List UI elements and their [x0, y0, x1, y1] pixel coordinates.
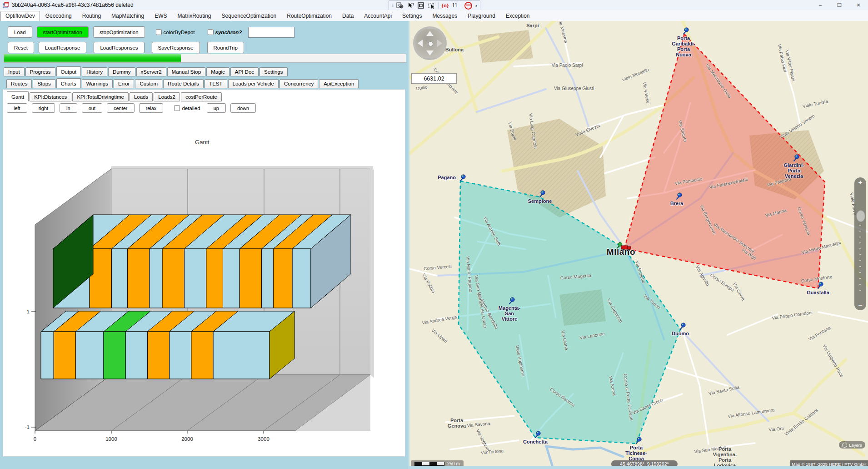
select-cursor-icon[interactable] — [407, 2, 414, 9]
gantt-segment — [150, 249, 162, 308]
disable-icon[interactable] — [464, 2, 472, 10]
map-districts-overlay — [459, 34, 825, 444]
pan-right-icon[interactable] — [437, 40, 442, 47]
pan-left-icon[interactable] — [418, 40, 423, 47]
pan-down-icon[interactable] — [426, 50, 434, 55]
menu-tab-exception[interactable]: Exception — [501, 11, 535, 21]
tab-charts[interactable]: Charts — [56, 78, 81, 88]
tab-costperroute[interactable]: costPerRoute — [181, 92, 222, 101]
tab-output[interactable]: Output — [56, 66, 81, 76]
menu-tab-mapmatching[interactable]: MapMatching — [106, 11, 149, 21]
layers-label: Layers — [849, 443, 862, 448]
tab-kpi-distances[interactable]: KPI:Distances — [30, 92, 71, 101]
gantt-segment — [239, 249, 261, 308]
menu-tab-ews[interactable]: EWS — [150, 11, 172, 21]
menu-tab-data[interactable]: Data — [337, 11, 359, 21]
detailed-checkbox[interactable] — [174, 105, 180, 111]
reset-button[interactable]: Reset — [8, 42, 34, 53]
menu-tab-sequenceoptimization[interactable]: SequenceOptimization — [217, 11, 282, 21]
menu-tab-messages[interactable]: Messages — [427, 11, 462, 21]
roundtrip-button[interactable]: RoundTrip — [207, 42, 244, 53]
relax-button[interactable]: relax — [139, 103, 164, 113]
map-coordinates: 45,467898°, 9,159292° — [611, 460, 678, 466]
frame-select-icon[interactable] — [428, 2, 435, 9]
menu-tab-matrixrouting[interactable]: MatrixRouting — [173, 11, 216, 21]
tab-kpi-totaldrivingtime[interactable]: KPI:TotalDrivingtime — [72, 92, 129, 101]
tab-loads[interactable]: Loads — [130, 92, 153, 101]
pan-up-icon[interactable] — [426, 31, 434, 36]
menu-tab-routing[interactable]: Routing — [77, 11, 106, 21]
synchron--checkbox[interactable] — [208, 29, 214, 35]
gantt-segment — [292, 249, 311, 308]
synchron-input[interactable] — [248, 27, 294, 38]
in-button[interactable]: in — [60, 103, 77, 113]
gantt-segment — [213, 332, 269, 379]
menu-tab-playground[interactable]: Playground — [463, 11, 500, 21]
tab-manual-stop[interactable]: Manual Stop — [167, 67, 206, 76]
loadresponses-button[interactable]: LoadResponses — [94, 42, 144, 53]
up-button[interactable]: up — [207, 103, 226, 113]
map-pan-compass[interactable] — [413, 26, 447, 60]
menu-tab-geocoding[interactable]: Geocoding — [40, 11, 77, 21]
tab-dummy[interactable]: Dummy — [108, 67, 135, 76]
tab-custom[interactable]: Custom — [135, 79, 162, 88]
tab-loads2[interactable]: Loads2 — [154, 92, 180, 101]
map-zoom-slider[interactable]: + − — [854, 177, 866, 310]
zoom-in-button[interactable]: + — [854, 178, 866, 186]
marker-label: Giardini- Porta Venezia — [783, 162, 804, 179]
tab-concurrency[interactable]: Concurrency — [279, 79, 318, 88]
map-canvas — [409, 21, 868, 466]
tab-progress[interactable]: Progress — [25, 67, 55, 76]
tab-stops[interactable]: Stops — [33, 79, 55, 88]
tab-apiexception[interactable]: ApiException — [319, 79, 359, 88]
toolbar-grip-icon[interactable]: ⁞⁞ — [392, 3, 393, 8]
marker-label: Magenta- San Vittore — [499, 305, 520, 322]
gantt-segment — [170, 332, 191, 379]
tab-history[interactable]: History — [82, 67, 107, 76]
tab-loads-per-vehicle[interactable]: Loads per Vehicle — [228, 79, 279, 88]
tab-error[interactable]: Error — [114, 79, 135, 88]
saveresponse-button[interactable]: SaveResponse — [152, 42, 200, 53]
menu-tab-routeoptimization[interactable]: RouteOptimization — [282, 11, 337, 21]
right-button[interactable]: right — [32, 103, 55, 113]
load-button[interactable]: Load — [8, 26, 32, 38]
layers-button[interactable]: Layers — [839, 441, 865, 449]
bounds-icon[interactable] — [417, 2, 424, 9]
menu-tab-settings[interactable]: Settings — [397, 11, 427, 21]
gantt-segment — [262, 249, 274, 308]
menu-tab-optiflowdev[interactable]: OptiflowDev — [0, 11, 40, 21]
tab-gantt[interactable]: Gantt — [7, 91, 29, 101]
pan-center-dot[interactable] — [428, 41, 433, 46]
tab-xserver2[interactable]: xServer2 — [136, 67, 166, 76]
checkbox-label: colorByDepot — [164, 30, 195, 35]
stopoptimization-button[interactable]: stopOptimization — [93, 26, 145, 38]
tab-magic[interactable]: Magic — [206, 67, 229, 76]
startoptimization-button[interactable]: startOptimization — [37, 26, 89, 38]
tab-api-doc[interactable]: API Doc — [230, 67, 259, 76]
colorbydepot-checkbox[interactable] — [156, 29, 162, 35]
zoom-slider-thumb[interactable] — [856, 210, 865, 222]
loadresponse-button[interactable]: LoadResponse — [39, 42, 86, 53]
out-button[interactable]: out — [82, 103, 102, 113]
toolbar-row-1: LoadstartOptimizationstopOptimizationcol… — [8, 26, 294, 38]
breakpoint-icon[interactable]: {o} — [442, 3, 449, 8]
tab-input[interactable]: Input — [4, 67, 25, 76]
run-to-statement-icon[interactable] — [396, 2, 404, 9]
down-button[interactable]: down — [230, 103, 256, 113]
tab-settings[interactable]: Settings — [259, 67, 288, 76]
collapse-icon[interactable]: ‹ — [475, 2, 477, 9]
tab-routes[interactable]: Routes — [6, 79, 32, 88]
menu-tab-accountapi[interactable]: AccountApi — [359, 11, 397, 21]
tab-route-details[interactable]: Route Details — [163, 79, 204, 88]
minimize-button[interactable]: – — [811, 0, 830, 10]
tab-test[interactable]: TEST — [205, 79, 227, 88]
restore-button[interactable]: ❐ — [830, 0, 849, 10]
left-button[interactable]: left — [7, 103, 27, 113]
attribution-text: Map © 1987 -2025 HERE / PTV GmbH — [792, 462, 866, 466]
tab-warnings[interactable]: Warnings — [82, 79, 113, 88]
center-button[interactable]: center — [107, 103, 135, 113]
main-menu-tabs: OptiflowDevGeocodingRoutingMapMatchingEW… — [0, 10, 868, 21]
zoom-out-button[interactable]: − — [854, 301, 866, 309]
close-button[interactable]: ✕ — [849, 0, 868, 10]
map-panel[interactable]: Via MessinaVia Paolo SarpiCorso Sempione… — [409, 21, 868, 466]
